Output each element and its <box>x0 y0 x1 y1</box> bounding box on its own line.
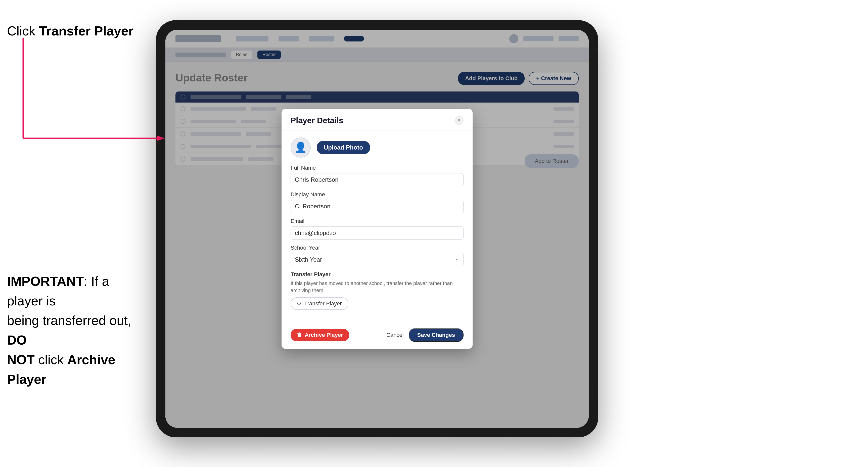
modal-footer: 🗑 Archive Player Cancel Save Changes <box>282 323 473 349</box>
device-frame: Roles Roster Update Roster Add Players t… <box>156 20 598 437</box>
save-changes-button[interactable]: Save Changes <box>409 328 464 342</box>
archive-player-button[interactable]: 🗑 Archive Player <box>290 329 349 341</box>
display-name-group: Display Name <box>290 191 464 213</box>
not-bold: NOT <box>7 352 35 367</box>
archive-icon: 🗑 <box>297 332 302 338</box>
upload-photo-button[interactable]: Upload Photo <box>317 141 370 154</box>
school-year-label: School Year <box>290 245 464 251</box>
transfer-icon: ⟳ <box>297 300 302 307</box>
email-group: Email <box>290 218 464 240</box>
transfer-section: Transfer Player If this player has moved… <box>290 271 464 310</box>
important-bold: IMPORTANT <box>7 274 84 288</box>
instruction-bold: Transfer Player <box>39 24 133 38</box>
modal-header: Player Details × <box>282 109 473 130</box>
modal-backdrop: Player Details × 👤 Upload Photo <box>165 30 589 428</box>
modal-title: Player Details <box>290 116 343 125</box>
arrow-svg <box>11 38 167 153</box>
email-label: Email <box>290 218 464 224</box>
transfer-out-text: being transferred out, <box>7 313 131 328</box>
transfer-label: Transfer Player <box>290 271 464 278</box>
cancel-button[interactable]: Cancel <box>386 332 403 338</box>
app-background: Roles Roster Update Roster Add Players t… <box>165 30 589 428</box>
display-name-label: Display Name <box>290 191 464 198</box>
full-name-input[interactable] <box>290 173 464 186</box>
avatar-placeholder: 👤 <box>290 137 311 158</box>
player-details-modal: Player Details × 👤 Upload Photo <box>282 109 473 349</box>
not-suffix: click <box>35 352 67 367</box>
transfer-description: If this player has moved to another scho… <box>290 280 464 294</box>
modal-body: 👤 Upload Photo Full Name Display Name <box>282 130 473 323</box>
avatar-icon: 👤 <box>294 142 307 153</box>
instruction-prefix: Click <box>7 24 39 38</box>
school-year-group: School Year Sixth Year <box>290 245 464 266</box>
close-button[interactable]: × <box>455 116 464 125</box>
display-name-input[interactable] <box>290 200 464 213</box>
full-name-group: Full Name <box>290 165 464 186</box>
do-bold: DO <box>7 333 27 347</box>
school-year-select[interactable]: Sixth Year <box>290 253 464 266</box>
photo-section: 👤 Upload Photo <box>290 137 464 158</box>
transfer-btn-label: Transfer Player <box>304 300 342 307</box>
instruction-top: Click Transfer Player <box>7 23 133 40</box>
instruction-bottom: IMPORTANT: If a player is being transfer… <box>7 272 148 389</box>
footer-right: Cancel Save Changes <box>386 328 464 342</box>
archive-label: Archive Player <box>305 332 343 338</box>
device-screen: Roles Roster Update Roster Add Players t… <box>165 30 589 428</box>
transfer-player-button[interactable]: ⟳ Transfer Player <box>290 297 348 310</box>
full-name-label: Full Name <box>290 165 464 171</box>
email-input[interactable] <box>290 226 464 240</box>
